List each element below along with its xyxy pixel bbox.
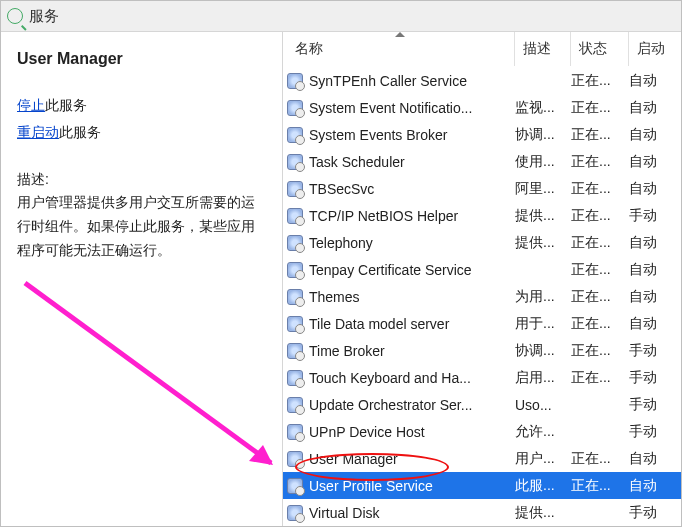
service-icon (287, 235, 303, 251)
selected-service-title: User Manager (17, 50, 268, 68)
cell-status: 正在... (571, 99, 629, 117)
service-icon (287, 505, 303, 521)
table-row[interactable]: Telephony提供...正在...自动 (283, 229, 681, 256)
sort-indicator-icon (395, 32, 405, 37)
cell-name: Task Scheduler (309, 154, 515, 170)
cell-name: TBSecSvc (309, 181, 515, 197)
cell-desc: 启用... (515, 369, 571, 387)
cell-name: User Manager (309, 451, 515, 467)
table-row[interactable]: User Profile Service此服...正在...自动 (283, 472, 681, 499)
cell-startup: 自动 (629, 72, 675, 90)
service-icon (287, 451, 303, 467)
service-icon (287, 73, 303, 89)
content: User Manager 停止此服务 重启动此服务 描述: 用户管理器提供多用户… (1, 32, 681, 527)
cell-name: TCP/IP NetBIOS Helper (309, 208, 515, 224)
cell-startup: 手动 (629, 342, 675, 360)
cell-startup: 自动 (629, 153, 675, 171)
table-row[interactable]: Virtual Disk提供...手动 (283, 499, 681, 526)
cell-status: 正在... (571, 261, 629, 279)
table-row[interactable]: Themes为用...正在...自动 (283, 283, 681, 310)
description-text: 用户管理器提供多用户交互所需要的运行时组件。如果停止此服务，某些应用程序可能无法… (17, 191, 268, 262)
cell-name: System Events Broker (309, 127, 515, 143)
toolbar-title: 服务 (29, 7, 59, 26)
service-icon (287, 478, 303, 494)
stop-link[interactable]: 停止 (17, 97, 45, 113)
col-status[interactable]: 状态 (571, 32, 629, 66)
service-icon (287, 424, 303, 440)
cell-desc: 阿里... (515, 180, 571, 198)
cell-startup: 手动 (629, 423, 675, 441)
restart-suffix: 此服务 (59, 124, 101, 140)
cell-name: Virtual Disk (309, 505, 515, 521)
search-icon (7, 8, 23, 24)
service-icon (287, 154, 303, 170)
cell-startup: 自动 (629, 288, 675, 306)
cell-startup: 手动 (629, 396, 675, 414)
cell-startup: 自动 (629, 99, 675, 117)
cell-startup: 自动 (629, 477, 675, 495)
cell-name: Tenpay Certificate Service (309, 262, 515, 278)
table-row[interactable]: Touch Keyboard and Ha...启用...正在...手动 (283, 364, 681, 391)
service-icon (287, 397, 303, 413)
col-name[interactable]: 名称 (287, 32, 515, 66)
cell-status: 正在... (571, 369, 629, 387)
cell-name: Update Orchestrator Ser... (309, 397, 515, 413)
service-icon (287, 127, 303, 143)
cell-desc: 用户... (515, 450, 571, 468)
table-row[interactable]: SynTPEnh Caller Service正在...自动 (283, 67, 681, 94)
cell-status: 正在... (571, 342, 629, 360)
cell-startup: 手动 (629, 207, 675, 225)
table-row[interactable]: System Events Broker协调...正在...自动 (283, 121, 681, 148)
cell-desc: 监视... (515, 99, 571, 117)
service-icon (287, 343, 303, 359)
table-row[interactable]: Tenpay Certificate Service正在...自动 (283, 256, 681, 283)
details-pane: User Manager 停止此服务 重启动此服务 描述: 用户管理器提供多用户… (1, 32, 283, 527)
restart-link[interactable]: 重启动 (17, 124, 59, 140)
cell-startup: 自动 (629, 126, 675, 144)
cell-startup: 自动 (629, 180, 675, 198)
cell-startup: 自动 (629, 315, 675, 333)
cell-name: Time Broker (309, 343, 515, 359)
description-header: 描述: (17, 171, 268, 189)
cell-name: System Event Notificatio... (309, 100, 515, 116)
cell-desc: 使用... (515, 153, 571, 171)
cell-desc: 为用... (515, 288, 571, 306)
cell-status: 正在... (571, 288, 629, 306)
cell-desc: 此服... (515, 477, 571, 495)
table-row[interactable]: Tile Data model server用于...正在...自动 (283, 310, 681, 337)
table-row[interactable]: UPnP Device Host允许...手动 (283, 418, 681, 445)
col-desc[interactable]: 描述 (515, 32, 571, 66)
service-icon (287, 370, 303, 386)
service-list[interactable]: SynTPEnh Caller Service正在...自动System Eve… (283, 67, 681, 526)
cell-desc: 用于... (515, 315, 571, 333)
table-row[interactable]: User Manager用户...正在...自动 (283, 445, 681, 472)
cell-status: 正在... (571, 207, 629, 225)
cell-startup: 自动 (629, 261, 675, 279)
table-row[interactable]: TCP/IP NetBIOS Helper提供...正在...手动 (283, 202, 681, 229)
table-row[interactable]: Task Scheduler使用...正在...自动 (283, 148, 681, 175)
table-row[interactable]: System Event Notificatio...监视...正在...自动 (283, 94, 681, 121)
cell-desc: 提供... (515, 207, 571, 225)
cell-name: UPnP Device Host (309, 424, 515, 440)
cell-desc: 协调... (515, 342, 571, 360)
cell-desc: 提供... (515, 504, 571, 522)
service-icon (287, 289, 303, 305)
cell-name: Tile Data model server (309, 316, 515, 332)
service-icon (287, 316, 303, 332)
cell-status: 正在... (571, 72, 629, 90)
list-pane: 名称 描述 状态 启动 SynTPEnh Caller Service正在...… (283, 32, 681, 527)
cell-name: User Profile Service (309, 478, 515, 494)
service-icon (287, 262, 303, 278)
cell-startup: 手动 (629, 369, 675, 387)
cell-status: 正在... (571, 450, 629, 468)
cell-desc: 允许... (515, 423, 571, 441)
cell-name: Themes (309, 289, 515, 305)
table-row[interactable]: TBSecSvc阿里...正在...自动 (283, 175, 681, 202)
table-row[interactable]: Update Orchestrator Ser...Uso...手动 (283, 391, 681, 418)
table-row[interactable]: Time Broker协调...正在...手动 (283, 337, 681, 364)
cell-name: SynTPEnh Caller Service (309, 73, 515, 89)
col-startup[interactable]: 启动 (629, 32, 675, 66)
cell-startup: 自动 (629, 450, 675, 468)
service-icon (287, 181, 303, 197)
stop-suffix: 此服务 (45, 97, 87, 113)
